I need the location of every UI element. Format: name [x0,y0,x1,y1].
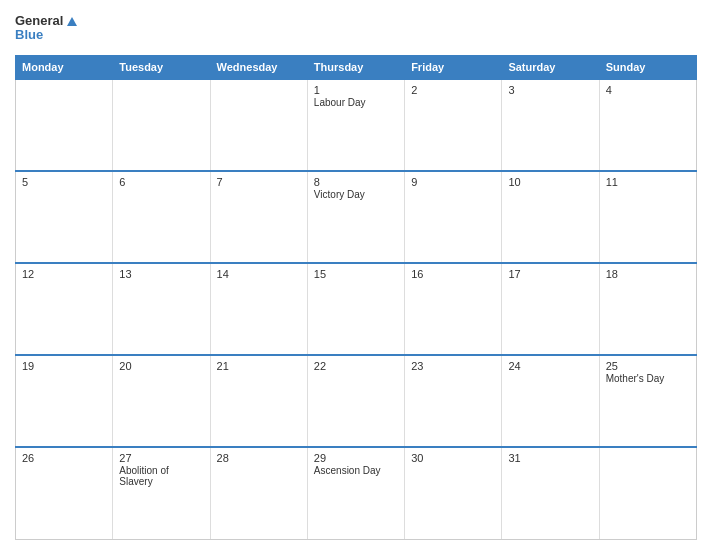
week-row-5: 2627Abolition of Slavery2829Ascension Da… [16,447,697,539]
logo: General Blue [15,14,77,43]
day-number: 24 [508,360,592,372]
calendar-cell: 30 [405,447,502,539]
day-number: 21 [217,360,301,372]
day-number: 20 [119,360,203,372]
day-number: 29 [314,452,398,464]
calendar-cell: 26 [16,447,113,539]
calendar-cell: 14 [210,263,307,355]
day-number: 9 [411,176,495,188]
day-number: 22 [314,360,398,372]
calendar-cell: 18 [599,263,696,355]
day-number: 6 [119,176,203,188]
calendar-cell [210,79,307,171]
header-saturday: Saturday [502,55,599,79]
weekday-header-row: MondayTuesdayWednesdayThursdayFridaySatu… [16,55,697,79]
day-number: 2 [411,84,495,96]
calendar-cell: 22 [307,355,404,447]
day-number: 19 [22,360,106,372]
calendar-cell: 19 [16,355,113,447]
calendar-cell: 8Victory Day [307,171,404,263]
calendar-cell: 16 [405,263,502,355]
calendar-cell [16,79,113,171]
day-number: 10 [508,176,592,188]
calendar-cell: 3 [502,79,599,171]
day-number: 8 [314,176,398,188]
day-number: 15 [314,268,398,280]
calendar-cell: 11 [599,171,696,263]
calendar-cell: 4 [599,79,696,171]
day-number: 17 [508,268,592,280]
header-monday: Monday [16,55,113,79]
day-number: 30 [411,452,495,464]
day-number: 3 [508,84,592,96]
day-event: Abolition of Slavery [119,465,203,487]
calendar-cell: 24 [502,355,599,447]
header-wednesday: Wednesday [210,55,307,79]
calendar-cell: 1Labour Day [307,79,404,171]
day-number: 18 [606,268,690,280]
week-row-2: 5678Victory Day91011 [16,171,697,263]
calendar-cell: 2 [405,79,502,171]
calendar-cell: 17 [502,263,599,355]
calendar-cell: 13 [113,263,210,355]
day-number: 31 [508,452,592,464]
day-number: 5 [22,176,106,188]
day-number: 28 [217,452,301,464]
calendar-cell: 9 [405,171,502,263]
day-number: 27 [119,452,203,464]
day-event: Ascension Day [314,465,398,476]
day-event: Mother's Day [606,373,690,384]
day-event: Labour Day [314,97,398,108]
week-row-1: 1Labour Day234 [16,79,697,171]
calendar-header: General Blue [15,10,697,47]
day-number: 23 [411,360,495,372]
logo-blue: Blue [15,28,77,42]
calendar-cell [113,79,210,171]
calendar-cell: 21 [210,355,307,447]
day-number: 14 [217,268,301,280]
week-row-3: 12131415161718 [16,263,697,355]
day-number: 25 [606,360,690,372]
day-number: 26 [22,452,106,464]
day-number: 4 [606,84,690,96]
calendar-cell: 23 [405,355,502,447]
calendar-cell: 31 [502,447,599,539]
day-number: 16 [411,268,495,280]
day-number: 1 [314,84,398,96]
calendar-cell: 7 [210,171,307,263]
calendar-cell [599,447,696,539]
header-friday: Friday [405,55,502,79]
header-sunday: Sunday [599,55,696,79]
week-row-4: 19202122232425Mother's Day [16,355,697,447]
calendar-cell: 27Abolition of Slavery [113,447,210,539]
calendar-cell: 28 [210,447,307,539]
calendar-cell: 5 [16,171,113,263]
calendar-cell: 20 [113,355,210,447]
logo-general: General [15,14,63,28]
calendar-cell: 10 [502,171,599,263]
calendar-cell: 29Ascension Day [307,447,404,539]
header-thursday: Thursday [307,55,404,79]
day-number: 13 [119,268,203,280]
calendar-cell: 6 [113,171,210,263]
day-number: 7 [217,176,301,188]
day-number: 12 [22,268,106,280]
header-tuesday: Tuesday [113,55,210,79]
day-number: 11 [606,176,690,188]
calendar-cell: 25Mother's Day [599,355,696,447]
calendar-cell: 15 [307,263,404,355]
calendar-cell: 12 [16,263,113,355]
day-event: Victory Day [314,189,398,200]
calendar-table: MondayTuesdayWednesdayThursdayFridaySatu… [15,55,697,540]
calendar-page: General Blue MondayTuesdayWednesdayThurs… [0,0,712,550]
